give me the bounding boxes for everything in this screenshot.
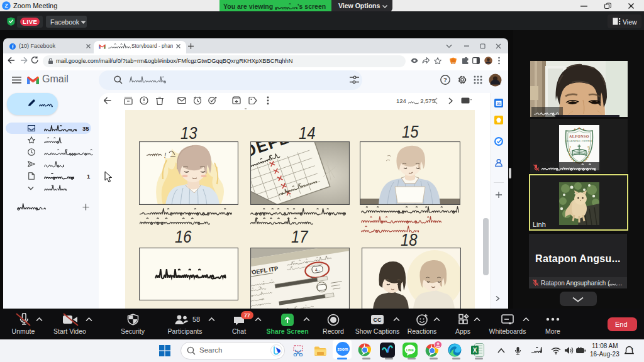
svg-text:4..: 4.. bbox=[314, 267, 320, 272]
svg-text:CC: CC bbox=[374, 317, 382, 323]
svg-text:31: 31 bbox=[497, 102, 501, 106]
svg-text:X: X bbox=[473, 347, 477, 354]
svg-text:ALFONSO: ALFONSO bbox=[569, 134, 589, 138]
svg-text:LEARNING CENTER: LEARNING CENTER bbox=[565, 140, 593, 143]
svg-text:f: f bbox=[12, 44, 14, 50]
svg-text:?: ? bbox=[443, 76, 447, 83]
svg-text:Z: Z bbox=[4, 3, 8, 9]
svg-text:LINE: LINE bbox=[406, 348, 414, 352]
svg-text:zoom: zoom bbox=[338, 347, 348, 351]
svg-text:z: z bbox=[631, 347, 633, 351]
svg-text:!: ! bbox=[164, 151, 166, 159]
